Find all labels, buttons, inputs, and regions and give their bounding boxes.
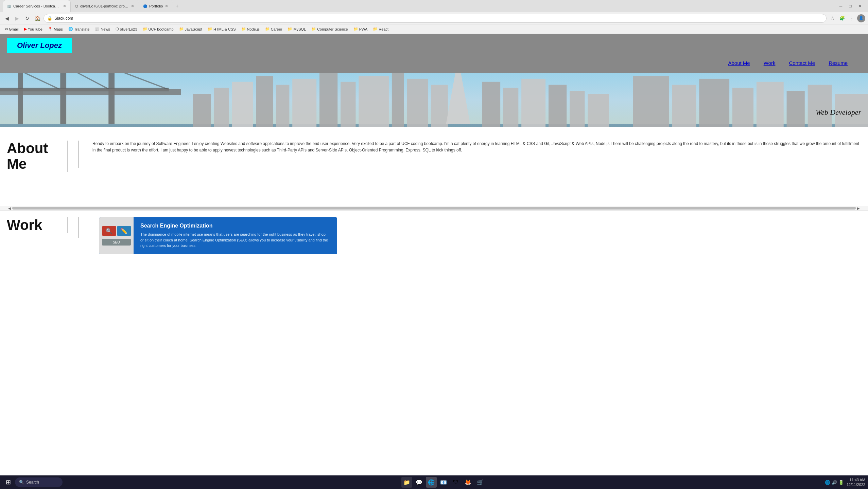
svg-rect-17	[341, 82, 355, 127]
work-card-seo[interactable]: 🔍 ✏️ SEO Search Engine Optimization	[99, 217, 337, 254]
svg-rect-27	[570, 91, 585, 127]
tab-2-title: oliverLo78/01-portfolio: project...	[80, 4, 129, 8]
tab-bar: 🏢 Career Services - Bootcamp: UC... ✕ ⬡ …	[0, 0, 868, 12]
nav-right-controls: ☆ 🧩 ⋮ 👤	[829, 14, 865, 22]
scroll-right-arrow[interactable]: ▶	[856, 206, 861, 210]
reload-button[interactable]: ↻	[23, 14, 31, 22]
nav-resume[interactable]: Resume	[829, 60, 848, 66]
browser-chrome: 🏢 Career Services - Bootcamp: UC... ✕ ⬡ …	[0, 0, 868, 34]
settings-btn[interactable]: ⋮	[848, 14, 856, 22]
hero-label: Web Developer	[816, 108, 861, 117]
bookmark-nodejs[interactable]: 📁 Node.js	[239, 26, 262, 32]
site-wrapper: Oliver Lopez About Me Work Contact Me Re…	[0, 34, 868, 288]
tab-3-favicon: 🔵	[143, 4, 147, 8]
bookmark-react[interactable]: 📁 React	[371, 26, 390, 32]
folder-js-icon: 📁	[179, 27, 184, 31]
bookmark-pwa[interactable]: 📁 PWA	[351, 26, 370, 32]
nav-work[interactable]: Work	[764, 60, 776, 66]
svg-rect-20	[407, 79, 428, 127]
tab-2-favicon: ⬡	[75, 4, 78, 8]
tab-2[interactable]: ⬡ oliverLo78/01-portfolio: project... ✕	[71, 0, 139, 12]
bookmark-cs[interactable]: 📁 Computer Science	[309, 26, 350, 32]
bookmark-translate[interactable]: 🌐 Translate	[66, 26, 91, 32]
about-divider	[78, 141, 79, 168]
profile-avatar[interactable]: 👤	[857, 14, 865, 22]
svg-rect-14	[276, 85, 289, 127]
bookmark-oliverlo[interactable]: ⬡ oliverLo23	[114, 26, 139, 32]
seo-card-thumbnail: 🔍 ✏️ SEO	[99, 217, 134, 254]
address-bar[interactable]: 🔒 Slack.com	[44, 14, 827, 23]
bookmark-ucf[interactable]: 📁 UCF bootcamp	[141, 26, 176, 32]
svg-rect-19	[392, 73, 404, 127]
svg-rect-12	[232, 82, 253, 127]
svg-rect-26	[549, 85, 567, 127]
tab-3-close[interactable]: ✕	[165, 4, 168, 8]
svg-rect-21	[431, 85, 448, 127]
about-body: Ready to embark on the journey of Softwa…	[89, 141, 861, 153]
close-window-btn[interactable]: ✕	[856, 2, 864, 10]
hero-skyline-svg	[0, 73, 868, 127]
svg-rect-32	[732, 88, 753, 127]
nav-bar: ◀ ▶ ↻ 🏠 🔒 Slack.com ☆ 🧩 ⋮ 👤	[0, 12, 868, 24]
svg-rect-13	[256, 76, 273, 127]
forward-button[interactable]: ▶	[13, 14, 21, 22]
nav-contact-me[interactable]: Contact Me	[789, 60, 815, 66]
work-section-wrapper: Work 🔍 ✏️ SEO	[0, 211, 868, 288]
scroll-left-arrow[interactable]: ◀	[7, 206, 12, 210]
tab-1[interactable]: 🏢 Career Services - Bootcamp: UC... ✕	[3, 0, 71, 12]
maps-icon: 📍	[48, 27, 53, 31]
site-main: About Me Ready to embark on the journey …	[0, 127, 868, 206]
site-nav: About Me Work Contact Me Resume	[7, 53, 861, 73]
news-icon: 📰	[95, 27, 100, 31]
tab-1-favicon: 🏢	[7, 4, 11, 8]
svg-rect-35	[808, 85, 832, 127]
nav-about-me[interactable]: About Me	[728, 60, 750, 66]
work-divider	[78, 217, 79, 238]
bookmark-mysql[interactable]: 📁 MySQL	[285, 26, 308, 32]
tab-3-title: Portfolio	[149, 4, 163, 8]
bookmark-gmail[interactable]: ✉ Gmail	[3, 26, 21, 32]
scroll-thumb[interactable]	[12, 207, 856, 210]
restore-window-btn[interactable]: □	[846, 2, 854, 10]
tab-2-close[interactable]: ✕	[131, 4, 134, 8]
horizontal-scrollbar[interactable]: ◀ ▶	[0, 206, 868, 211]
minimize-window-btn[interactable]: ─	[837, 2, 845, 10]
svg-rect-11	[214, 88, 229, 127]
tab-1-close[interactable]: ✕	[63, 4, 66, 8]
bookmark-star-btn[interactable]: ☆	[829, 14, 837, 22]
bookmark-html-css[interactable]: 📁 HTML & CSS	[206, 26, 238, 32]
site-logo[interactable]: Oliver Lopez	[7, 38, 72, 53]
scroll-track[interactable]	[12, 207, 856, 210]
github-icon: ⬡	[116, 27, 119, 31]
tab-3[interactable]: 🔵 Portfolio ✕	[139, 0, 173, 12]
folder-html-icon: 📁	[208, 27, 212, 31]
bookmark-maps[interactable]: 📍 Maps	[46, 26, 65, 32]
svg-rect-29	[633, 76, 669, 127]
bookmark-career[interactable]: 📁 Career	[263, 26, 284, 32]
svg-rect-18	[359, 76, 389, 127]
about-heading: About Me	[7, 141, 68, 172]
bookmark-youtube[interactable]: ▶ YouTube	[22, 26, 45, 32]
svg-rect-10	[193, 94, 211, 127]
svg-rect-15	[292, 79, 316, 127]
new-tab-button[interactable]: +	[173, 0, 181, 12]
svg-rect-28	[588, 94, 609, 127]
folder-react-icon: 📁	[373, 27, 378, 31]
folder-cs-icon: 📁	[311, 27, 316, 31]
bookmark-news[interactable]: 📰 News	[93, 26, 112, 32]
site-header: Oliver Lopez About Me Work Contact Me Re…	[0, 34, 868, 73]
svg-rect-30	[672, 85, 696, 127]
svg-rect-23	[482, 82, 500, 127]
bookmark-javascript[interactable]: 📁 JavaScript	[177, 26, 204, 32]
work-section: Work 🔍 ✏️ SEO	[7, 217, 861, 254]
folder-ucf-icon: 📁	[143, 27, 147, 31]
svg-rect-9	[0, 89, 181, 95]
back-button[interactable]: ◀	[3, 14, 11, 22]
gmail-icon: ✉	[5, 27, 8, 31]
folder-node-icon: 📁	[241, 27, 246, 31]
home-button[interactable]: 🏠	[33, 14, 41, 22]
about-section: About Me Ready to embark on the journey …	[7, 141, 861, 172]
svg-rect-24	[503, 88, 518, 127]
extensions-btn[interactable]: 🧩	[838, 14, 846, 22]
work-heading: Work	[7, 217, 68, 233]
